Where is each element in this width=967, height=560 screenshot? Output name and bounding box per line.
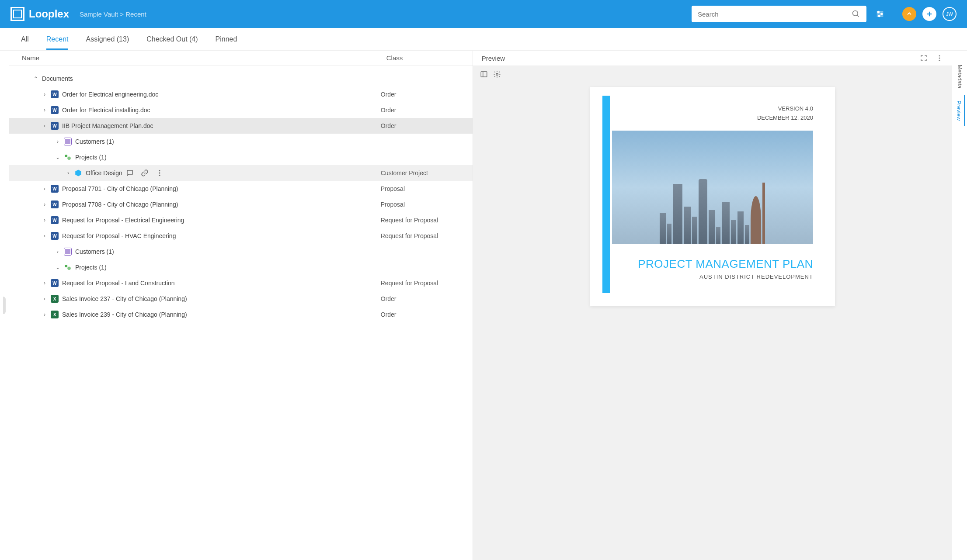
row-class: Request for Proposal <box>381 217 459 224</box>
tree-row[interactable]: ›WIIB Project Management Plan.docOrder <box>9 118 473 134</box>
row-class: Request for Proposal <box>381 280 459 287</box>
tree-row[interactable]: ›Office DesignCustomer Project <box>9 165 473 181</box>
row-name: Request for Proposal - HVAC Engineering <box>62 232 176 239</box>
list-header: Name Class <box>9 51 473 66</box>
doc-title: PROJECT MANAGEMENT PLAN <box>612 257 813 271</box>
tree-row[interactable]: ›XSales Invoice 237 - City of Chicago (P… <box>9 291 473 307</box>
chevron-right-icon[interactable]: › <box>66 170 71 176</box>
row-class: Order <box>381 91 459 98</box>
chevron-right-icon[interactable]: › <box>42 201 47 207</box>
chevron-down-icon[interactable]: ⌄ <box>55 264 60 270</box>
row-class: Customer Project <box>381 169 459 176</box>
row-name: Order for Electrical engineering.doc <box>62 91 158 98</box>
doc-version: VERSION 4.0 <box>612 104 813 114</box>
doc-date: DECEMBER 12, 2020 <box>612 114 813 123</box>
row-class: Proposal <box>381 201 459 208</box>
chevron-right-icon[interactable]: › <box>42 91 47 97</box>
tab-assigned[interactable]: Assigned (13) <box>86 29 129 49</box>
tree-row[interactable]: ⌄Projects (1) <box>9 259 473 275</box>
tree-row[interactable]: ›WRequest for Proposal - Electrical Engi… <box>9 212 473 228</box>
customers-icon <box>64 138 72 145</box>
chevron-right-icon[interactable]: › <box>42 123 47 129</box>
chevron-right-icon[interactable]: › <box>55 249 60 255</box>
excel-icon: X <box>51 295 59 303</box>
svg-point-17 <box>939 55 940 56</box>
fullscreen-icon[interactable] <box>920 54 928 62</box>
add-button[interactable] <box>922 7 936 21</box>
word-icon: W <box>51 232 59 240</box>
tree-row[interactable]: ›Customers (1) <box>9 244 473 259</box>
tree-row[interactable]: ›WRequest for Proposal - Land Constructi… <box>9 275 473 291</box>
column-name[interactable]: Name <box>22 54 381 62</box>
word-icon: W <box>51 122 59 130</box>
side-tab-metadata[interactable]: Metadata <box>955 59 965 93</box>
svg-point-22 <box>496 73 498 76</box>
tab-recent[interactable]: Recent <box>46 29 69 49</box>
chevron-right-icon[interactable]: › <box>42 296 47 302</box>
row-class: Proposal <box>381 185 459 192</box>
avatar[interactable]: JW <box>943 7 957 21</box>
breadcrumb[interactable]: Sample Vault > Recent <box>80 10 146 18</box>
search-box[interactable] <box>692 6 866 22</box>
more-icon[interactable] <box>936 54 943 62</box>
gear-icon[interactable] <box>493 70 501 78</box>
chevron-right-icon[interactable]: › <box>42 311 47 318</box>
row-name: Proposal 7708 - City of Chicago (Plannin… <box>62 201 178 208</box>
chevron-right-icon[interactable]: › <box>42 217 47 223</box>
word-icon: W <box>51 185 59 193</box>
excel-icon: X <box>51 311 59 318</box>
tab-checked[interactable]: Checked Out (4) <box>146 29 198 49</box>
filter-icon[interactable] <box>875 9 885 19</box>
svg-point-6 <box>881 13 883 15</box>
tab-pinned[interactable]: Pinned <box>216 29 237 49</box>
sync-button[interactable] <box>902 7 916 21</box>
group-label: Documents <box>42 75 73 82</box>
side-tab-preview[interactable]: Preview <box>954 95 965 126</box>
document-tree: ⌃ Documents ›WOrder for Electrical engin… <box>9 66 473 560</box>
tab-all[interactable]: All <box>21 29 29 49</box>
tree-row[interactable]: ›XSales Invoice 239 - City of Chicago (P… <box>9 307 473 322</box>
row-name: Order for Electrical installing.doc <box>62 107 150 114</box>
link-icon[interactable] <box>141 169 149 177</box>
chevron-down-icon[interactable]: ⌄ <box>55 154 60 160</box>
tree-row[interactable]: ›WOrder for Electrical installing.docOrd… <box>9 102 473 118</box>
more-icon[interactable] <box>156 169 163 177</box>
search-icon[interactable] <box>852 10 860 18</box>
word-icon: W <box>51 216 59 224</box>
row-name: Customers (1) <box>75 138 114 145</box>
chevron-right-icon[interactable]: › <box>42 107 47 113</box>
svg-point-13 <box>159 173 160 174</box>
tree-row[interactable]: ›WProposal 7701 - City of Chicago (Plann… <box>9 181 473 197</box>
doc-hero-image <box>612 131 813 244</box>
svg-point-7 <box>878 15 880 17</box>
chevron-right-icon[interactable]: › <box>42 233 47 239</box>
chevron-up-icon[interactable]: ⌃ <box>33 76 38 82</box>
column-class[interactable]: Class <box>381 54 459 62</box>
sidebar-toggle-icon[interactable] <box>480 70 488 78</box>
project-box-icon <box>74 169 82 177</box>
svg-line-1 <box>857 15 859 17</box>
projects-icon <box>64 263 72 271</box>
svg-point-15 <box>65 265 67 267</box>
chevron-right-icon[interactable]: › <box>42 186 47 192</box>
preview-title: Preview <box>482 55 505 62</box>
tree-row[interactable]: ›WProposal 7708 - City of Chicago (Plann… <box>9 197 473 212</box>
doc-subtitle: AUSTIN DISTRICT REDEVELOPMENT <box>612 273 813 280</box>
chevron-right-icon[interactable]: › <box>42 280 47 286</box>
row-name: Sales Invoice 239 - City of Chicago (Pla… <box>62 311 187 318</box>
search-input[interactable] <box>698 10 852 18</box>
tree-row[interactable]: ›WRequest for Proposal - HVAC Engineerin… <box>9 228 473 244</box>
doc-accent-bar <box>602 96 610 293</box>
comment-icon[interactable] <box>126 169 134 177</box>
svg-point-14 <box>159 175 160 176</box>
chevron-right-icon[interactable]: › <box>55 138 60 145</box>
customers-icon <box>64 248 72 256</box>
row-name: Projects (1) <box>75 264 107 271</box>
logo[interactable]: Looplex <box>10 7 69 21</box>
tree-row[interactable]: ⌄Projects (1) <box>9 149 473 165</box>
tree-row[interactable]: ›Customers (1) <box>9 134 473 149</box>
collapse-handle[interactable] <box>0 51 9 560</box>
tree-row[interactable]: ›WOrder for Electrical engineering.docOr… <box>9 86 473 102</box>
tree-group-documents[interactable]: ⌃ Documents <box>9 71 473 86</box>
row-name: Sales Invoice 237 - City of Chicago (Pla… <box>62 295 187 302</box>
